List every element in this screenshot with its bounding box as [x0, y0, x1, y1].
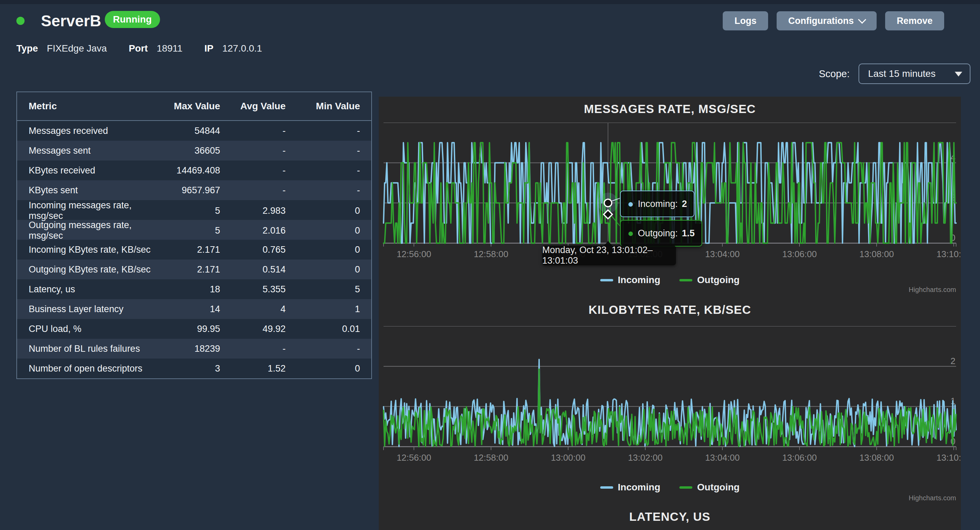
svg-text:2: 2 — [951, 356, 955, 366]
metric-value: 14469.408 — [159, 165, 220, 176]
logs-button[interactable]: Logs — [723, 11, 768, 30]
legend-item-outgoing[interactable]: Outgoing — [679, 482, 740, 493]
remove-button-label: Remove — [897, 16, 932, 26]
metric-value: 2.171 — [159, 244, 220, 255]
col-min-value: Min Value — [286, 101, 371, 112]
highcharts-credit-link[interactable]: Highcharts.com — [909, 494, 956, 502]
tooltip-date: Monday, Oct 23, 13:01:02–13:01:03 — [542, 246, 676, 265]
scope-row: Scope: Last 15 minutes — [819, 64, 970, 84]
legend-swatch-incoming — [600, 486, 613, 488]
tooltip-outgoing: ● Outgoing: 1.5 — [620, 220, 702, 247]
table-row: Number of open descriptors31.520 — [17, 359, 371, 378]
remove-button[interactable]: Remove — [885, 11, 944, 30]
metric-name: KBytes received — [17, 165, 159, 176]
metric-value: 0.01 — [286, 324, 371, 334]
svg-text:13:08:00: 13:08:00 — [859, 249, 894, 259]
table-row: Latency, us185.3555 — [17, 279, 371, 299]
table-row: Messages sent36605-- — [17, 141, 371, 161]
legend-swatch-outgoing — [679, 486, 692, 488]
table-row: KBytes sent9657.967-- — [17, 180, 371, 200]
metric-value: 2.016 — [220, 225, 286, 236]
table-row: Outgoing KBytes rate, KB/sec2.1710.5140 — [17, 260, 371, 279]
tooltip-outgoing-value: 1.5 — [682, 228, 695, 239]
tooltip-incoming-value: 2 — [682, 199, 687, 209]
scope-select[interactable]: Last 15 minutes — [859, 64, 970, 84]
table-row: Number of BL rules failures18239-- — [17, 339, 371, 359]
metric-value: 2.983 — [220, 206, 286, 216]
svg-text:12:56:00: 12:56:00 — [396, 249, 431, 259]
table-row: CPU load, %99.9549.920.01 — [17, 319, 371, 339]
legend-item-incoming[interactable]: Incoming — [600, 482, 660, 493]
configurations-button-label: Configurations — [788, 16, 854, 26]
table-row: KBytes received14469.408-- — [17, 161, 371, 180]
scope-label: Scope: — [819, 68, 850, 80]
scope-selected-value: Last 15 minutes — [868, 68, 935, 79]
svg-text:12:58:00: 12:58:00 — [474, 249, 508, 259]
svg-text:13:06:00: 13:06:00 — [782, 452, 816, 463]
metric-name: Latency, us — [17, 284, 159, 295]
metric-value: 5 — [159, 225, 220, 236]
legend-label-incoming: Incoming — [618, 275, 660, 286]
info-type-label: Type — [16, 43, 38, 54]
info-type-value: FIXEdge Java — [47, 43, 107, 54]
table-row: Incoming messages rate, msg/sec52.9830 — [17, 200, 371, 220]
kilobytes-rate-legend: Incoming Outgoing — [379, 482, 961, 493]
configurations-button[interactable]: Configurations — [776, 11, 877, 30]
metric-name: Number of open descriptors — [17, 363, 159, 374]
info-port-value: 18911 — [157, 43, 183, 54]
metric-value: 14 — [159, 304, 220, 314]
metric-value: - — [286, 165, 371, 176]
svg-text:12:58:00: 12:58:00 — [474, 452, 508, 463]
metric-value: 49.92 — [220, 324, 286, 334]
metric-name: Incoming messages rate, msg/sec — [17, 200, 159, 221]
metric-value: 1 — [286, 304, 371, 314]
tooltip-outgoing-label: Outgoing: — [638, 228, 678, 239]
metric-value: 9657.967 — [159, 185, 220, 196]
metric-value: 0.514 — [220, 264, 286, 275]
metric-value: 0 — [286, 206, 371, 216]
metric-name: Outgoing messages rate, msg/sec — [17, 220, 159, 241]
chart-title-messages-rate: MESSAGES RATE, MSG/SEC — [379, 102, 961, 116]
metric-value: - — [286, 145, 371, 156]
highcharts-credit-link[interactable]: Highcharts.com — [909, 286, 956, 294]
kilobytes-rate-chart[interactable]: 12:56:0012:58:0013:00:0013:02:0013:04:00… — [379, 326, 961, 466]
col-metric: Metric — [17, 101, 159, 112]
metric-value: 5 — [159, 206, 220, 216]
metric-value: 36605 — [159, 145, 220, 156]
metric-name: CPU load, % — [17, 324, 159, 334]
page-title: ServerB — [41, 11, 101, 30]
table-row: Outgoing messages rate, msg/sec52.0160 — [17, 220, 371, 240]
info-ip: IP 127.0.0.1 — [204, 43, 262, 54]
legend-label-incoming: Incoming — [618, 482, 660, 493]
metric-value: - — [220, 343, 286, 354]
info-port-label: Port — [129, 43, 148, 54]
table-row: Business Layer latency1441 — [17, 299, 371, 319]
tooltip-date-text: Monday, Oct 23, 13:01:02–13:01:03 — [542, 245, 676, 266]
tooltip-incoming: ● Incoming: 2 — [620, 190, 694, 217]
tooltip-incoming-label: Incoming: — [638, 199, 678, 209]
metric-name: Incoming KBytes rate, KB/sec — [17, 244, 159, 255]
svg-text:13:04:00: 13:04:00 — [705, 249, 740, 259]
metric-value: - — [286, 185, 371, 196]
legend-item-outgoing[interactable]: Outgoing — [679, 275, 740, 286]
legend-item-incoming[interactable]: Incoming — [600, 275, 660, 286]
charts-panel: MESSAGES RATE, MSG/SEC 12:56:0012:58:001… — [379, 97, 961, 530]
server-status-dot — [16, 17, 25, 25]
chart-title-latency: LATENCY, US — [379, 510, 961, 524]
header-actions: Logs Configurations Remove — [723, 11, 944, 30]
window-top-strip — [0, 0, 980, 4]
metric-value: 1.52 — [220, 363, 286, 374]
metric-name: Business Layer latency — [17, 304, 159, 314]
metric-value: 0.765 — [220, 244, 286, 255]
metric-value: 5.355 — [220, 284, 286, 295]
info-ip-label: IP — [204, 43, 213, 54]
metric-name: Number of BL rules failures — [17, 343, 159, 354]
metric-value: 4 — [220, 304, 286, 314]
metric-value: 2.171 — [159, 264, 220, 275]
table-row: Messages received54844-- — [17, 121, 371, 141]
svg-text:13:08:00: 13:08:00 — [859, 452, 894, 463]
metric-value: - — [286, 343, 371, 354]
tooltip-arrow-up — [604, 241, 612, 246]
metric-value: - — [220, 145, 286, 156]
svg-text:13:00:00: 13:00:00 — [551, 452, 585, 463]
